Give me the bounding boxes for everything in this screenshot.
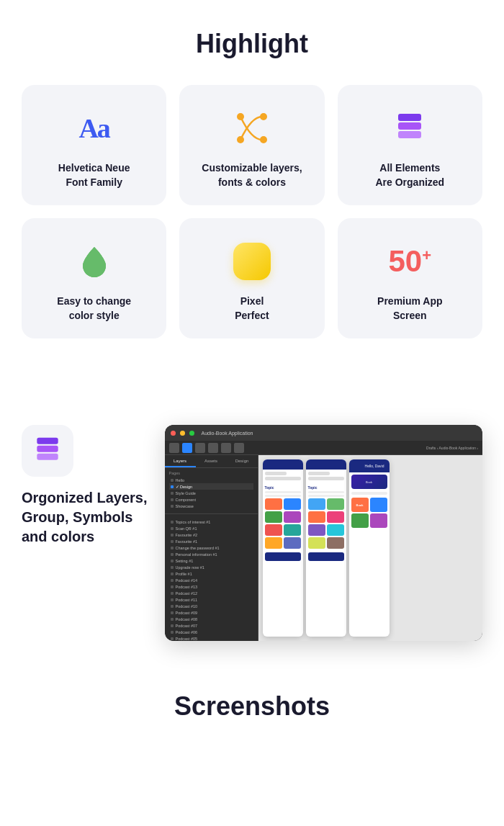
phone-mock-3: Hello, David Book Book: [349, 459, 390, 637]
layers-left: Orgonized Layers,Group, Symbolsand color…: [22, 425, 148, 547]
figma-layers-list: Topics of interest #1 Scan QR #1 Favouri…: [165, 516, 258, 641]
layer-password[interactable]: Change the password #1: [169, 544, 253, 551]
features-grid: Aa Helvetica NeueFont Family Customizabl…: [22, 85, 482, 338]
highlight-section: Highlight Aa Helvetica NeueFont Family: [0, 0, 504, 353]
layers-title: Orgonized Layers,Group, Symbolsand color…: [22, 488, 148, 547]
figma-sidebar: Layers Assets Design Pages Hello ✓ Desig…: [165, 455, 258, 641]
tool-text[interactable]: [221, 443, 231, 453]
layers-content: Orgonized Layers,Group, Symbolsand color…: [22, 425, 482, 641]
tool-move[interactable]: [169, 443, 179, 453]
feature-label-color-style: Easy to changecolor style: [57, 295, 131, 323]
layer-scanqr[interactable]: Scan QR #1: [169, 525, 253, 531]
layer-podcast14[interactable]: Podcast #14: [169, 577, 253, 583]
tool-pen[interactable]: [208, 443, 218, 453]
sidebar-item-hello[interactable]: Hello: [169, 477, 253, 483]
figma-mock: Audio-Book Application Drafts › Audio-Bo…: [165, 425, 483, 641]
layer-podcast07[interactable]: Podcast #07: [169, 622, 253, 629]
layer-podcast10[interactable]: Podcast #10: [169, 603, 253, 609]
screenshots-title: Screenshots: [22, 691, 482, 722]
feature-label-premium: Premium AppScreen: [377, 295, 443, 323]
layer-upgrade[interactable]: Upgrade now #1: [169, 564, 253, 570]
figma-breadcrumb: Drafts › Audio-Book Application ›: [426, 446, 478, 450]
phone-mock-2: Topic: [306, 459, 346, 637]
svg-rect-10: [37, 438, 58, 444]
layer-topics[interactable]: Topics of interest #1: [169, 519, 253, 525]
feature-label-layers: Customizable layers,fonts & colors: [202, 161, 302, 189]
tool-frame[interactable]: [182, 443, 192, 453]
feature-card-elements: All ElementsAre Organized: [338, 85, 482, 205]
feature-card-pixel-perfect: PixelPerfect: [179, 218, 324, 338]
layer-fav2[interactable]: Favourite #2: [169, 531, 253, 538]
feature-label-font-family: Helvetica NeueFont Family: [58, 161, 130, 189]
phone-header-2: [306, 459, 346, 470]
layer-podcast09[interactable]: Podcast #09: [169, 609, 253, 616]
figma-pages-section: Pages Hello ✓ Design Style Guide Compone…: [165, 468, 258, 512]
layers-stack-icon: [22, 425, 73, 477]
layer-fav1[interactable]: Favourite #1: [169, 538, 253, 544]
color-style-icon: [71, 238, 117, 284]
minimize-dot: [180, 431, 185, 436]
phone-content-3: Book Book: [349, 472, 390, 530]
pixel-perfect-icon: [229, 238, 275, 284]
svg-rect-7: [398, 114, 421, 121]
feature-label-elements: All ElementsAre Organized: [375, 161, 444, 189]
feature-card-color-style: Easy to changecolor style: [22, 218, 166, 338]
figma-canvas: Topic: [258, 455, 483, 641]
layers-section: Orgonized Layers,Group, Symbolsand color…: [0, 396, 504, 670]
layer-personal[interactable]: Personal information #1: [169, 551, 253, 557]
feature-card-premium: 50+ Premium AppScreen: [338, 218, 482, 338]
phone-content-2: Topic: [306, 470, 346, 563]
feature-label-pixel-perfect: PixelPerfect: [235, 295, 269, 323]
layer-podcast06[interactable]: Podcast #06: [169, 629, 253, 635]
figma-tab-layers[interactable]: Layers: [165, 455, 196, 467]
screenshots-section: Screenshots: [0, 670, 504, 736]
font-family-icon: Aa: [71, 105, 117, 151]
svg-rect-5: [398, 131, 421, 138]
figma-screenshot: Audio-Book Application Drafts › Audio-Bo…: [165, 425, 483, 641]
tool-comment[interactable]: [234, 443, 244, 453]
tool-shape[interactable]: [195, 443, 205, 453]
figma-title-text: Audio-Book Application: [202, 431, 253, 436]
figma-tab-assets[interactable]: Assets: [196, 455, 227, 467]
sidebar-item-style[interactable]: Style Guide: [169, 490, 253, 496]
figma-toolbar: Drafts › Audio-Book Application ›: [165, 441, 483, 455]
phone-header-1: [263, 459, 303, 470]
layer-profile[interactable]: Profile #1: [169, 570, 253, 577]
figma-body: Layers Assets Design Pages Hello ✓ Desig…: [165, 455, 483, 641]
svg-rect-8: [37, 454, 58, 460]
feature-card-font-family: Aa Helvetica NeueFont Family: [22, 85, 166, 205]
phone-mock-1: Topic: [263, 459, 303, 637]
layer-podcast05[interactable]: Podcast #05: [169, 635, 253, 641]
close-dot: [171, 431, 176, 436]
feature-card-layers: Customizable layers,fonts & colors: [179, 85, 324, 205]
figma-sidebar-tabs: Layers Assets Design: [165, 455, 258, 468]
layer-podcast08[interactable]: Podcast #08: [169, 616, 253, 622]
expand-dot: [189, 431, 194, 436]
pages-label: Pages: [169, 471, 253, 475]
sidebar-item-showcase[interactable]: Showcase: [169, 503, 253, 509]
layer-setting[interactable]: Setting #1: [169, 557, 253, 564]
phone-content-1: Topic: [263, 470, 303, 563]
elements-icon: [387, 105, 433, 151]
svg-rect-6: [398, 122, 421, 130]
layer-podcast12[interactable]: Podcast #12: [169, 590, 253, 596]
highlight-title: Highlight: [22, 29, 482, 59]
layer-podcast13[interactable]: Podcast #13: [169, 583, 253, 590]
figma-titlebar: Audio-Book Application: [165, 425, 483, 441]
premium-icon: 50+: [387, 238, 433, 284]
sidebar-item-component[interactable]: Component: [169, 496, 253, 503]
layer-podcast11[interactable]: Podcast #11: [169, 596, 253, 603]
figma-tab-design[interactable]: Design: [227, 455, 258, 467]
layers-icon: [229, 105, 275, 151]
svg-rect-9: [37, 446, 58, 452]
sidebar-item-design[interactable]: ✓ Design: [169, 483, 253, 490]
